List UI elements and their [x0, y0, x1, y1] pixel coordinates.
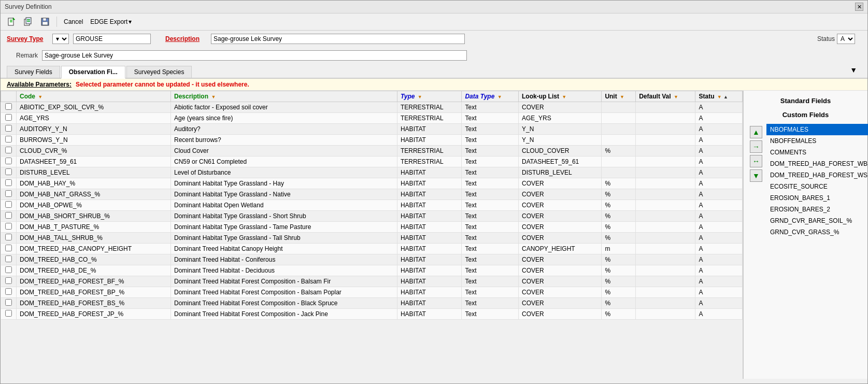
row-selector[interactable]	[1, 113, 17, 124]
row-checkbox[interactable]	[5, 168, 12, 175]
row-selector[interactable]	[1, 244, 17, 254]
row-selector[interactable]	[1, 157, 17, 167]
move-down-arrow-button[interactable]: ▼	[750, 169, 762, 182]
survey-type-input[interactable]	[73, 34, 151, 44]
row-data-type: Text	[462, 265, 519, 276]
row-checkbox[interactable]	[5, 147, 12, 153]
copy-button[interactable]	[21, 16, 36, 28]
row-type: HABITAT	[397, 178, 462, 189]
row-selector[interactable]	[1, 102, 17, 113]
row-selector[interactable]	[1, 135, 17, 146]
custom-field-item[interactable]: DOM_TREED_HAB_FOREST_WB...	[766, 158, 868, 169]
row-selector[interactable]	[1, 222, 17, 233]
row-selector[interactable]	[1, 254, 17, 265]
move-up-arrow-button[interactable]: ▲	[750, 126, 762, 138]
row-selector[interactable]	[1, 124, 17, 135]
custom-field-item[interactable]: ECOSITE_SOURCE	[766, 181, 868, 192]
custom-field-item[interactable]: GRND_CVR_GRASS_%	[766, 226, 868, 238]
custom-field-item[interactable]: NBOFFEMALES	[766, 135, 868, 147]
save-icon	[40, 17, 50, 26]
lookup-filter-icon[interactable]: ▼	[562, 94, 566, 99]
row-status: A	[695, 102, 743, 113]
row-checkbox[interactable]	[5, 212, 12, 219]
survey-type-label[interactable]: Survey Type	[7, 35, 48, 42]
type-filter-icon[interactable]: ▼	[418, 94, 422, 99]
custom-field-item[interactable]: COMMENTS	[766, 147, 868, 158]
move-right-arrow-button[interactable]: →	[750, 140, 762, 153]
move-both-arrow-button[interactable]: ↔	[750, 155, 762, 167]
row-selector[interactable]	[1, 309, 17, 320]
edge-export-button[interactable]: EDGE Export ▾	[88, 17, 134, 27]
remark-input[interactable]	[42, 50, 467, 61]
row-description: Dominant Treed Habitat Canopy Height	[171, 244, 397, 254]
tab-survey-fields[interactable]: Survey Fields	[7, 66, 60, 78]
row-status: A	[695, 298, 743, 309]
table-wrapper[interactable]: Code ▼ Description ▼ Type ▼ Data Type ▼	[1, 91, 743, 379]
row-selector[interactable]	[1, 265, 17, 276]
custom-field-item[interactable]: EROSION_BARES_2	[766, 204, 868, 215]
row-checkbox[interactable]	[5, 299, 12, 306]
row-status: A	[695, 233, 743, 244]
row-checkbox[interactable]	[5, 277, 12, 284]
row-type: HABITAT	[397, 309, 462, 320]
close-button[interactable]: ✕	[855, 3, 863, 11]
save-button[interactable]	[38, 16, 52, 28]
row-selector[interactable]	[1, 189, 17, 200]
survey-type-dropdown[interactable]: ▾	[52, 34, 69, 44]
status-filter-icon[interactable]: ▼	[717, 94, 722, 99]
row-default-val	[636, 167, 695, 178]
description-input[interactable]	[211, 34, 465, 44]
row-selector[interactable]	[1, 200, 17, 211]
row-data-type: Text	[462, 211, 519, 222]
default-filter-icon[interactable]: ▼	[674, 94, 678, 99]
row-selector[interactable]	[1, 276, 17, 287]
row-selector[interactable]	[1, 233, 17, 244]
row-checkbox[interactable]	[5, 136, 12, 143]
data-type-filter-icon[interactable]: ▼	[497, 94, 502, 99]
row-checkbox[interactable]	[5, 223, 12, 230]
row-checkbox[interactable]	[5, 266, 12, 273]
table-row: DOM_HAB_TALL_SHRUB_% Dominant Habitat Ty…	[1, 233, 743, 244]
row-checkbox[interactable]	[5, 179, 12, 186]
row-checkbox[interactable]	[5, 190, 12, 197]
row-checkbox[interactable]	[5, 310, 12, 317]
tab-observation-fields[interactable]: Observation Fi...	[61, 66, 125, 79]
row-checkbox[interactable]	[5, 201, 12, 208]
row-status: A	[695, 265, 743, 276]
row-checkbox[interactable]	[5, 255, 12, 262]
row-default-val	[636, 178, 695, 189]
row-selector[interactable]	[1, 146, 17, 157]
expand-button[interactable]: ▼	[846, 66, 861, 78]
status-select[interactable]: A	[837, 34, 855, 44]
unit-filter-icon[interactable]: ▼	[620, 94, 624, 99]
row-checkbox[interactable]	[5, 288, 12, 295]
arrows-column: ▲ → ↔ ▼	[748, 124, 764, 238]
row-checkbox[interactable]	[5, 158, 12, 164]
custom-field-item[interactable]: DOM_TREED_HAB_FOREST_WS...	[766, 169, 868, 181]
row-checkbox[interactable]	[5, 234, 12, 240]
row-data-type: Text	[462, 124, 519, 135]
row-checkbox[interactable]	[5, 245, 12, 251]
row-selector[interactable]	[1, 287, 17, 298]
row-checkbox[interactable]	[5, 114, 12, 121]
row-selector[interactable]	[1, 167, 17, 178]
row-description: Dominant Treed Habitat Forest Compositio…	[171, 309, 397, 320]
row-selector[interactable]	[1, 298, 17, 309]
row-description: Dominant Habitat Type Grassland - Tall S…	[171, 233, 397, 244]
desc-filter-icon[interactable]: ▼	[211, 94, 216, 99]
cancel-button[interactable]: Cancel	[61, 17, 86, 27]
row-status: A	[695, 276, 743, 287]
tab-surveyed-species[interactable]: Surveyed Species	[126, 66, 192, 78]
row-checkbox[interactable]	[5, 125, 12, 132]
custom-field-item[interactable]: EROSION_BARES_1	[766, 192, 868, 204]
row-status: A	[695, 254, 743, 265]
description-label[interactable]: Description	[165, 35, 207, 42]
custom-field-item[interactable]: NBOFMALES	[766, 124, 868, 135]
row-checkbox[interactable]	[5, 103, 12, 110]
row-description: CN59 or CN61 Completed	[171, 157, 397, 167]
custom-field-item[interactable]: GRND_CVR_BARE_SOIL_%	[766, 215, 868, 226]
row-selector[interactable]	[1, 178, 17, 189]
code-filter-icon[interactable]: ▼	[38, 94, 42, 99]
new-button[interactable]	[5, 16, 19, 28]
row-selector[interactable]	[1, 211, 17, 222]
